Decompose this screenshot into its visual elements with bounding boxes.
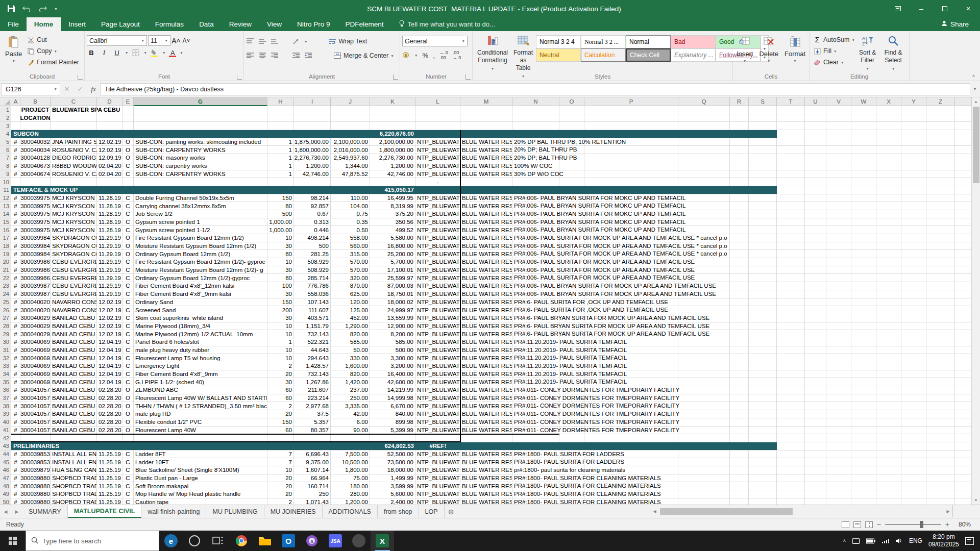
sheet-tab-from-shop[interactable]: from shop — [378, 505, 419, 518]
cell[interactable] — [826, 362, 851, 370]
cell[interactable] — [876, 338, 901, 346]
cell[interactable] — [926, 130, 955, 138]
cell[interactable] — [851, 458, 876, 466]
cell[interactable] — [876, 234, 901, 242]
cell[interactable]: 300039880 — [20, 474, 51, 482]
cell[interactable]: # — [11, 250, 20, 258]
cell[interactable] — [730, 402, 749, 410]
cell[interactable] — [749, 250, 777, 258]
cell[interactable] — [926, 242, 955, 250]
font-family-select[interactable]: Calibri▼ — [87, 35, 147, 46]
cell[interactable] — [876, 450, 901, 458]
copy-button[interactable]: Copy▼ — [25, 45, 81, 57]
cell[interactable] — [678, 482, 730, 490]
cell[interactable]: C — [122, 290, 134, 298]
cell[interactable]: NTP_BLUEWATER — [415, 386, 460, 394]
cell[interactable] — [730, 482, 749, 490]
cell[interactable] — [730, 346, 749, 354]
cell[interactable] — [20, 122, 51, 130]
cell[interactable]: 300041057 — [20, 386, 51, 394]
cell[interactable]: NTP_BLUEWATER — [415, 234, 460, 242]
cell[interactable] — [678, 458, 730, 466]
new-sheet-icon[interactable]: ⊕ — [445, 505, 458, 518]
cell[interactable] — [267, 122, 294, 130]
cell[interactable]: 500.00 — [370, 346, 415, 354]
cell[interactable] — [955, 330, 971, 338]
cell[interactable] — [805, 490, 826, 498]
column-header-D[interactable]: D — [97, 97, 122, 106]
cell[interactable] — [876, 218, 901, 226]
cell[interactable] — [826, 114, 851, 122]
autosum-button[interactable]: ΣAutoSum▼ — [812, 34, 855, 45]
cell[interactable] — [777, 362, 805, 370]
cell[interactable] — [955, 386, 971, 394]
sheet-nav-left-icon[interactable]: ◀ — [0, 505, 11, 518]
cancel-icon[interactable]: ✕ — [60, 85, 74, 93]
vertical-scroll-thumb[interactable] — [973, 107, 979, 183]
cell[interactable] — [901, 274, 926, 282]
sheet-tab-mu-plumbing[interactable]: MU PLUMBING — [206, 505, 264, 518]
row-header-40[interactable]: 40 — [0, 418, 11, 426]
cell[interactable]: 625.00 — [331, 290, 370, 298]
cell[interactable]: # — [11, 226, 20, 234]
cell[interactable] — [955, 498, 971, 505]
cell[interactable]: BLUE WATER RESORT — [460, 338, 512, 346]
sheet-tab-wall-finish-painting[interactable]: wall finish-painting — [141, 505, 206, 518]
cell[interactable]: Flexible conduit 1/2" PVC — [134, 418, 267, 426]
cell[interactable] — [122, 178, 134, 186]
cell[interactable] — [730, 458, 749, 466]
cell[interactable] — [826, 410, 851, 418]
cell[interactable] — [730, 202, 749, 210]
cell[interactable] — [926, 427, 955, 434]
cell[interactable]: Fiber Cement Board 4'x8'_9mm — [134, 370, 267, 378]
cell[interactable] — [584, 178, 678, 186]
cell[interactable] — [876, 346, 901, 354]
cell[interactable] — [826, 186, 851, 194]
cell[interactable]: C — [122, 162, 134, 170]
cell[interactable] — [926, 258, 955, 266]
cell[interactable] — [851, 434, 876, 442]
cell[interactable]: 0.75 — [331, 210, 370, 218]
cell[interactable]: 12.04.19 — [97, 362, 122, 370]
cell[interactable]: BLUE WATER RESORT — [460, 162, 512, 170]
cell[interactable] — [777, 474, 805, 482]
cell[interactable] — [805, 386, 826, 394]
cell[interactable] — [826, 314, 851, 322]
cell[interactable]: 11.29.19 — [97, 282, 122, 290]
cell[interactable] — [749, 274, 777, 282]
cell[interactable]: Flourescent Lamp 40W W/ BALLAST AND STAR… — [134, 394, 267, 402]
cell[interactable]: 899.98 — [370, 418, 415, 426]
cell[interactable]: 0.35 — [331, 218, 370, 226]
cell[interactable] — [134, 434, 267, 442]
page-break-view-icon[interactable] — [865, 521, 873, 528]
cell[interactable] — [955, 482, 971, 490]
cell[interactable] — [851, 146, 876, 154]
cell[interactable] — [370, 434, 415, 442]
cortana-icon[interactable] — [183, 531, 206, 551]
column-header-Y[interactable]: Y — [901, 97, 926, 106]
cell[interactable]: 6.00 — [331, 418, 370, 426]
cell[interactable]: 12.02.19 — [97, 314, 122, 322]
cell[interactable]: # — [11, 266, 20, 274]
cell[interactable]: 25,599.97 — [370, 274, 415, 282]
cell[interactable] — [749, 434, 777, 442]
chrome-icon[interactable] — [230, 531, 253, 551]
cell[interactable]: PR#:006- PAUL BRYAN SURITA FOR MOCK UP A… — [512, 282, 559, 290]
cell[interactable]: R8B8D WOODWO — [51, 162, 97, 170]
cell[interactable] — [805, 378, 826, 386]
cell[interactable]: 10 — [267, 322, 294, 330]
cell[interactable]: 11.29.19 — [97, 250, 122, 258]
cell[interactable] — [370, 106, 415, 114]
cell[interactable] — [955, 146, 971, 154]
cell[interactable] — [955, 298, 971, 306]
cell[interactable]: NTP_BLUEWATER — [415, 474, 460, 482]
fill-color-icon[interactable] — [151, 48, 159, 57]
cell[interactable]: 2,016,000.00 — [331, 146, 370, 154]
cell[interactable] — [851, 178, 876, 186]
tab-review[interactable]: Review — [222, 17, 259, 31]
cell[interactable] — [955, 218, 971, 226]
cell[interactable]: NTP_BLUEWATER — [415, 362, 460, 370]
alignment-dialog-launcher[interactable] — [393, 74, 398, 80]
formula-bar-expand-icon[interactable]: ▼ — [970, 87, 980, 91]
format-cells-button[interactable]: Format▼ — [781, 33, 808, 65]
